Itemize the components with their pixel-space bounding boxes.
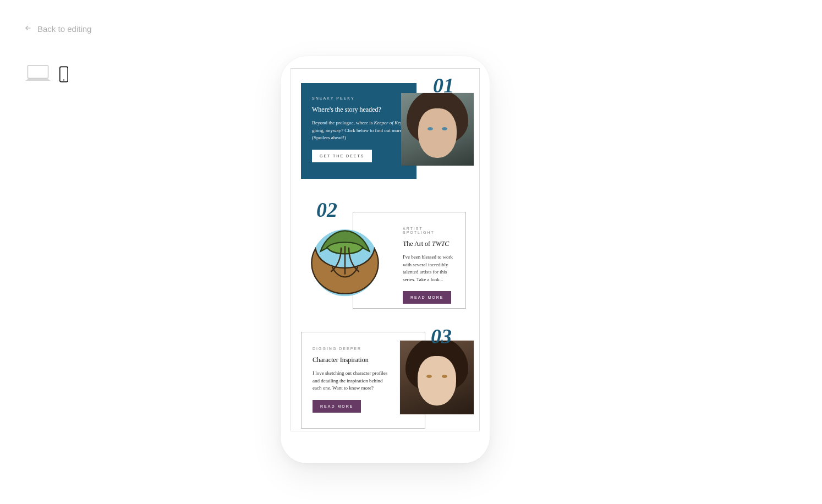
card-number: 02 [316, 198, 337, 222]
device-switcher [24, 64, 68, 83]
desktop-icon [24, 64, 52, 83]
mobile-icon [59, 66, 68, 83]
feature-card-01: 01 SNEAKY PEEKY Where's the story headed… [291, 83, 479, 188]
get-the-deets-button[interactable]: GET THE DEETS [312, 150, 372, 162]
card-title: Where's the story headed? [312, 106, 405, 114]
card-title: The Art of TWTC [403, 240, 454, 248]
portrait-placeholder-icon [401, 93, 474, 166]
card-body-text: Beyond the prologue, where is [312, 120, 374, 125]
preview-content: 01 SNEAKY PEEKY Where's the story headed… [291, 83, 479, 431]
read-more-button[interactable]: READ MORE [403, 291, 451, 304]
mobile-preview-frame: 01 SNEAKY PEEKY Where's the story headed… [281, 56, 490, 463]
desktop-preview-toggle[interactable] [24, 64, 52, 83]
card-image [400, 341, 474, 414]
svg-point-2 [63, 79, 64, 80]
card-title-text: The Art of [403, 240, 432, 248]
mobile-preview-toggle[interactable] [59, 66, 68, 83]
tree-emblem-icon [306, 222, 383, 299]
card-body-emphasis: Keeper of Keys [374, 120, 404, 125]
card-title: Character Inspiration [313, 356, 393, 364]
card-eyebrow: ARTIST SPOTLIGHT [403, 227, 454, 234]
arrow-left-icon [24, 24, 32, 34]
card-image [301, 216, 389, 304]
read-more-button[interactable]: READ MORE [313, 400, 361, 413]
back-to-editing-link[interactable]: Back to editing [24, 24, 91, 34]
card-title-emphasis: TWTC [432, 240, 449, 248]
card-body: I love sketching out character profiles … [313, 370, 393, 392]
card-image [401, 93, 474, 166]
feature-card-02: 02 ARTIST SPOTLIGHT The Art of TWTC I've… [291, 204, 479, 314]
card-number: 01 [433, 73, 454, 97]
preview-viewport[interactable]: 01 SNEAKY PEEKY Where's the story headed… [291, 68, 480, 431]
card-body: Beyond the prologue, where is Keeper of … [312, 119, 405, 142]
card-panel: SNEAKY PEEKY Where's the story headed? B… [301, 83, 417, 179]
svg-rect-0 [28, 65, 48, 78]
card-eyebrow: SNEAKY PEEKY [312, 96, 405, 100]
card-number: 03 [431, 324, 452, 348]
card-body: I've been blessed to work with several i… [403, 254, 454, 283]
feature-card-03: 03 DIGGING DEEPER Character Inspiration … [291, 327, 479, 431]
back-to-editing-label: Back to editing [37, 24, 91, 34]
card-body-text: going, anyway? Click below to find out m… [312, 128, 403, 141]
portrait-placeholder-icon [400, 341, 474, 414]
card-eyebrow: DIGGING DEEPER [313, 347, 393, 350]
